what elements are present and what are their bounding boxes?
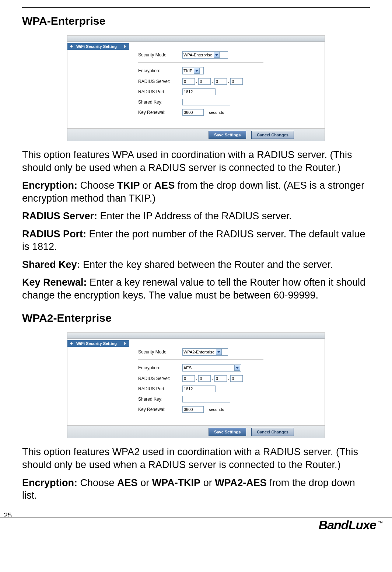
unit-seconds: seconds — [209, 110, 224, 115]
select-encryption[interactable]: AES — [182, 364, 241, 372]
save-settings-button[interactable]: Save Settings — [209, 131, 246, 139]
section-title-wpa-enterprise: WPA-Enterprise — [22, 15, 370, 27]
label-encryption: Encryption: — [138, 68, 182, 73]
ip-octet-1[interactable]: 0 — [182, 78, 195, 85]
config-panel-wpa2: WiFi Security Setting Security Mode: WPA… — [67, 332, 325, 438]
ip-octet-3[interactable]: 0 — [214, 78, 227, 85]
term: Key Renewal: — [22, 277, 87, 288]
select-value: TKIP — [183, 69, 192, 73]
ip-octet-1[interactable]: 0 — [182, 375, 195, 382]
chevron-right-icon — [124, 342, 126, 345]
select-value: AES — [183, 366, 192, 370]
term: WPA2-AES — [215, 477, 267, 488]
label-shared-key: Shared Key: — [138, 397, 182, 402]
dot: . — [212, 376, 213, 381]
panel-titlebar — [67, 333, 325, 339]
dot: . — [196, 376, 197, 381]
chevron-down-icon — [234, 365, 240, 371]
unit-seconds: seconds — [209, 407, 224, 412]
sidebar-item-label: WiFi Security Setting — [76, 44, 117, 49]
label-radius-port: RADIUS Port: — [138, 89, 182, 94]
term: RADIUS Port: — [22, 229, 86, 240]
paragraph: Key Renewal: Enter a key renewal value t… — [22, 276, 370, 301]
panel-footer: Save Settings Cancel Changes — [67, 425, 325, 438]
paragraph: RADIUS Port: Enter the port number of th… — [22, 228, 370, 253]
input-key-renewal[interactable]: 3600 — [182, 109, 204, 116]
cancel-changes-button[interactable]: Cancel Changes — [251, 428, 294, 436]
label-shared-key: Shared Key: — [138, 100, 182, 105]
bullet-icon — [70, 45, 73, 48]
ip-input-group: 0. 0. 0. 0 — [182, 78, 243, 85]
panel-titlebar — [67, 36, 325, 42]
bullet-icon — [70, 342, 73, 345]
select-value: WPA-Enterprise — [183, 53, 212, 57]
paragraph: RADIUS Server: Enter the IP Address of t… — [22, 210, 370, 223]
ip-octet-2[interactable]: 0 — [198, 78, 211, 85]
panel-form: Security Mode: WPA-Enterprise Encryption… — [129, 42, 325, 128]
ip-octet-4[interactable]: 0 — [230, 375, 243, 382]
input-key-renewal[interactable]: 3600 — [182, 406, 204, 413]
term: Encryption: — [22, 477, 77, 488]
text: Choose — [77, 180, 117, 191]
chevron-down-icon — [216, 349, 222, 355]
label-security-mode: Security Mode: — [138, 52, 182, 57]
term: AES — [154, 180, 175, 191]
cancel-changes-button[interactable]: Cancel Changes — [251, 131, 294, 139]
panel-footer: Save Settings Cancel Changes — [67, 128, 325, 141]
text: or — [200, 477, 215, 488]
dot: . — [196, 79, 197, 84]
chevron-down-icon — [194, 68, 200, 74]
term: Encryption: — [22, 180, 77, 191]
term: AES — [117, 477, 138, 488]
input-shared-key[interactable] — [182, 396, 230, 402]
label-radius-server: RADIUS Server: — [138, 79, 182, 84]
ip-octet-4[interactable]: 0 — [230, 78, 243, 85]
input-radius-port[interactable]: 1812 — [182, 386, 216, 392]
text: Enter the IP Address of the RADIUS serve… — [97, 210, 292, 222]
term: RADIUS Server: — [22, 210, 97, 222]
dot: . — [228, 79, 229, 84]
ip-octet-3[interactable]: 0 — [214, 375, 227, 382]
paragraph: This option features WPA2 used in coordi… — [22, 446, 370, 471]
paragraph: This option features WPA used in coordin… — [22, 149, 370, 174]
term: WPA-TKIP — [152, 477, 200, 488]
brand-name: BandLuxe — [319, 518, 376, 532]
label-security-mode: Security Mode: — [138, 349, 182, 355]
sidebar-item-wifi-security[interactable]: WiFi Security Setting — [67, 340, 129, 347]
brand-logo: BandLuxe™ — [319, 518, 382, 532]
section-title-wpa2-enterprise: WPA2-Enterprise — [22, 312, 370, 324]
select-security-mode[interactable]: WPA2-Enterprise — [182, 348, 228, 356]
chevron-down-icon — [214, 52, 220, 58]
dot: . — [212, 79, 213, 84]
config-panel-wpa: WiFi Security Setting Security Mode: WPA… — [67, 35, 325, 141]
input-shared-key[interactable] — [182, 99, 230, 105]
panel-sidebar: WiFi Security Setting — [67, 339, 129, 425]
text: Choose — [77, 477, 117, 488]
ip-octet-2[interactable]: 0 — [198, 375, 211, 382]
save-settings-button[interactable]: Save Settings — [209, 428, 246, 436]
text: or — [140, 180, 154, 191]
term: TKIP — [117, 180, 140, 191]
sidebar-item-label: WiFi Security Setting — [76, 341, 117, 346]
label-key-renewal: Key Renewal: — [138, 110, 182, 115]
paragraph: Encryption: Choose TKIP or AES from the … — [22, 179, 370, 205]
term: Shared Key: — [22, 259, 80, 270]
select-security-mode[interactable]: WPA-Enterprise — [182, 51, 228, 59]
label-radius-server: RADIUS Server: — [138, 376, 182, 381]
label-encryption: Encryption: — [138, 365, 182, 370]
paragraph: Shared Key: Enter the key shared between… — [22, 258, 370, 271]
sidebar-item-wifi-security[interactable]: WiFi Security Setting — [67, 43, 129, 50]
text: Enter the key shared between the Router … — [80, 259, 333, 270]
label-radius-port: RADIUS Port: — [138, 386, 182, 391]
top-rule — [22, 7, 370, 8]
input-radius-port[interactable]: 1812 — [182, 88, 216, 95]
select-value: WPA2-Enterprise — [183, 350, 214, 354]
divider — [138, 359, 263, 360]
select-encryption[interactable]: TKIP — [182, 67, 204, 74]
panel-form: Security Mode: WPA2-Enterprise Encryptio… — [129, 339, 325, 425]
paragraph: Encryption: Choose AES or WPA-TKIP or WP… — [22, 477, 370, 502]
ip-input-group: 0. 0. 0. 0 — [182, 375, 243, 382]
divider — [138, 62, 263, 63]
text: or — [138, 477, 152, 488]
footer-bar: BandLuxe™ — [0, 517, 392, 533]
